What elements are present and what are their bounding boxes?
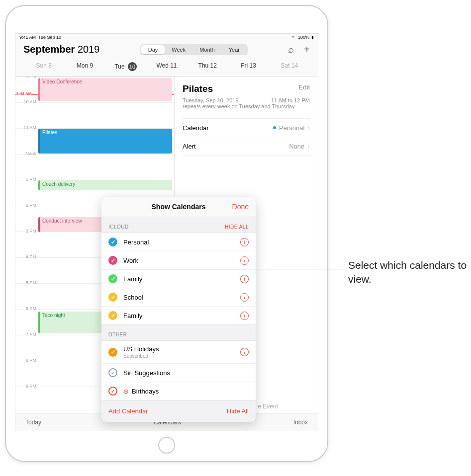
hour-label: Noon bbox=[17, 151, 36, 156]
calendar-row[interactable]: Familyi bbox=[101, 270, 256, 288]
day-sun[interactable]: Sun 8 bbox=[23, 62, 64, 71]
detail-row-alert[interactable]: AlertNone› bbox=[183, 137, 310, 156]
callout-text: Select which calendars to view. bbox=[348, 258, 471, 287]
popover-title: Show Calendars bbox=[152, 203, 206, 211]
hour-label: 11 AM bbox=[17, 125, 36, 130]
detail-row-label: Calendar bbox=[183, 124, 209, 132]
home-button[interactable] bbox=[158, 437, 175, 454]
wifi-icon: ᯤ bbox=[291, 35, 296, 40]
hide-all-button[interactable]: Hide All bbox=[227, 407, 249, 415]
day-mon[interactable]: Mon 9 bbox=[64, 62, 105, 71]
calendar-row[interactable]: US HolidaysSubscribedi bbox=[101, 341, 256, 364]
hour-label: 5 PM bbox=[17, 280, 36, 285]
calendar-checkbox[interactable] bbox=[108, 368, 117, 377]
hour-label: 2 PM bbox=[17, 203, 36, 208]
calendar-row[interactable]: ⊕Birthdays bbox=[101, 382, 256, 400]
day-thu[interactable]: Thu 12 bbox=[187, 62, 228, 71]
birthday-icon: ⊕ bbox=[123, 388, 129, 395]
info-icon[interactable]: i bbox=[240, 348, 249, 356]
hour-label: 10 AM bbox=[17, 99, 36, 104]
info-icon[interactable]: i bbox=[240, 256, 249, 265]
hour-label: 3 PM bbox=[17, 229, 36, 234]
info-icon[interactable]: i bbox=[240, 312, 249, 320]
hour-label: 9 PM bbox=[17, 384, 36, 389]
event-block[interactable]: Couch delivery bbox=[38, 180, 172, 190]
section-name: OTHER bbox=[108, 332, 127, 337]
day-sat[interactable]: Sat 14 bbox=[269, 62, 310, 71]
view-month[interactable]: Month bbox=[192, 45, 222, 54]
view-day[interactable]: Day bbox=[141, 45, 165, 54]
status-left: 9:41 AM Tue Sep 10 bbox=[19, 35, 61, 40]
header-actions: ⌕ + bbox=[288, 44, 310, 55]
edit-button[interactable]: Edit bbox=[299, 83, 310, 91]
hour-label: 6 PM bbox=[17, 306, 36, 311]
calendar-checkbox[interactable] bbox=[108, 387, 117, 396]
calendar-name: Personal bbox=[123, 238, 240, 246]
view-year[interactable]: Year bbox=[222, 45, 247, 54]
add-icon[interactable]: + bbox=[304, 44, 310, 55]
detail-row-value: None› bbox=[289, 142, 310, 150]
hour-label: 8 PM bbox=[17, 358, 36, 363]
info-icon[interactable]: i bbox=[240, 293, 249, 302]
day-strip: Sun 8Mon 9Tue 10Wed 11Thu 12Fri 13Sat 14 bbox=[15, 58, 318, 77]
page-title: September 2019 bbox=[23, 44, 99, 55]
section-name: ICLOUD bbox=[108, 224, 129, 230]
calendar-row[interactable]: Schooli bbox=[101, 288, 256, 307]
calendar-checkbox[interactable] bbox=[108, 311, 117, 320]
info-icon[interactable]: i bbox=[240, 275, 249, 283]
calendar-checkbox[interactable] bbox=[108, 348, 117, 357]
calendar-name: Siri Suggestions bbox=[123, 369, 249, 377]
event-time: 11 AM to 12 PM bbox=[271, 97, 310, 103]
calendar-row[interactable]: Familyi bbox=[101, 307, 256, 324]
calendar-checkbox[interactable] bbox=[108, 256, 117, 265]
add-calendar-button[interactable]: Add Calendar bbox=[108, 407, 148, 415]
event-title: Pilates bbox=[183, 83, 213, 94]
day-tue[interactable]: Tue 10 bbox=[105, 62, 146, 71]
calendar-row[interactable]: Personali bbox=[101, 233, 256, 251]
popover-header: Show Calendars Done bbox=[101, 197, 256, 217]
section-header: ICLOUDHIDE ALL bbox=[101, 217, 256, 233]
detail-row-value: Personal› bbox=[273, 124, 310, 132]
view-week[interactable]: Week bbox=[165, 45, 192, 54]
chevron-right-icon: › bbox=[307, 124, 310, 132]
calendar-checkbox[interactable] bbox=[108, 274, 117, 283]
chevron-right-icon: › bbox=[307, 142, 310, 150]
delete-event-button[interactable]: e Event bbox=[258, 403, 278, 410]
battery-icon: ▮ bbox=[311, 35, 314, 40]
callout-line bbox=[248, 269, 345, 269]
calendars-popover: Show Calendars Done ICLOUDHIDE ALLPerson… bbox=[101, 197, 256, 422]
view-segmented-control: DayWeekMonthYear bbox=[140, 44, 248, 55]
day-wed[interactable]: Wed 11 bbox=[146, 62, 187, 71]
calendar-checkbox[interactable] bbox=[108, 238, 117, 246]
done-button[interactable]: Done bbox=[232, 203, 249, 211]
inbox-button[interactable]: Inbox bbox=[293, 419, 308, 426]
detail-row-label: Alert bbox=[183, 143, 196, 150]
hour-label: 4 PM bbox=[17, 254, 36, 259]
event-block[interactable]: Pilates bbox=[38, 129, 172, 154]
calendar-row[interactable]: Worki bbox=[101, 251, 256, 270]
status-bar: 9:41 AM Tue Sep 10 ᯤ 100% ▮ bbox=[15, 34, 318, 41]
popover-arrow bbox=[174, 421, 183, 422]
detail-row-calendar[interactable]: CalendarPersonal› bbox=[183, 119, 310, 137]
calendar-name: Work bbox=[123, 257, 240, 264]
calendar-list: US HolidaysSubscribediSiri Suggestions⊕B… bbox=[101, 340, 256, 400]
search-icon[interactable]: ⌕ bbox=[288, 44, 294, 55]
calendar-name: US HolidaysSubscribed bbox=[123, 345, 240, 359]
popover-footer: Add Calendar Hide All bbox=[101, 400, 256, 422]
event-repeats: repeats every week on Tuesday and Thursd… bbox=[183, 103, 310, 109]
ipad-frame: 9:41 AM Tue Sep 10 ᯤ 100% ▮ September 20… bbox=[5, 5, 328, 462]
calendar-name: ⊕Birthdays bbox=[123, 388, 249, 395]
day-fri[interactable]: Fri 13 bbox=[228, 62, 269, 71]
event-block[interactable]: Video Conference bbox=[38, 78, 172, 101]
status-right: ᯤ 100% ▮ bbox=[291, 35, 314, 40]
hour-label: 7 PM bbox=[17, 332, 36, 337]
today-button[interactable]: Today bbox=[25, 419, 41, 426]
calendar-checkbox[interactable] bbox=[108, 293, 117, 302]
info-icon[interactable]: i bbox=[240, 238, 249, 246]
hide-all-section-button[interactable]: HIDE ALL bbox=[225, 224, 249, 230]
hour-label: 9 AM bbox=[17, 77, 36, 79]
hour-row: Noon bbox=[15, 154, 174, 180]
hour-label: 1 PM bbox=[17, 177, 36, 182]
hour-row: 10 AM bbox=[15, 102, 174, 128]
calendar-row[interactable]: Siri Suggestions bbox=[101, 364, 256, 382]
